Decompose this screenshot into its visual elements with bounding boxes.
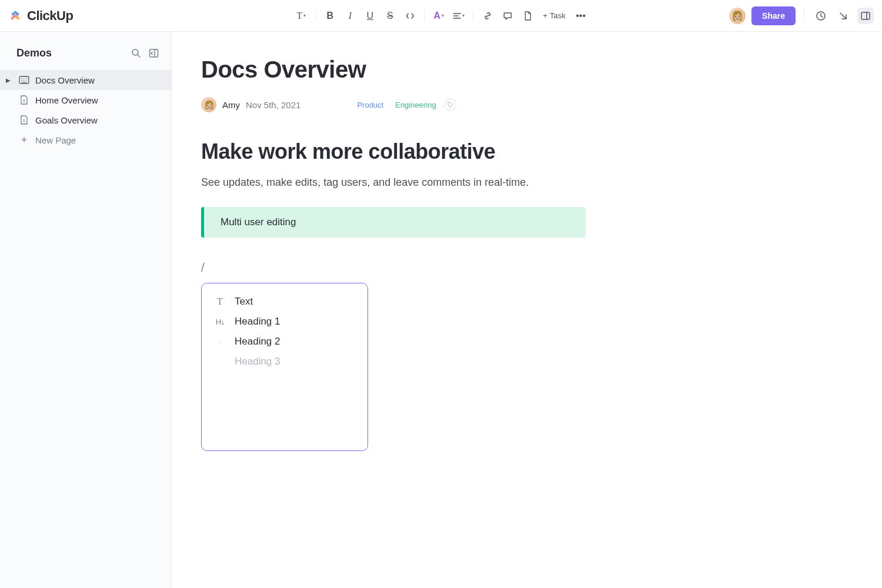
more-button[interactable]: •••: [573, 8, 589, 24]
slash-menu-item-heading-3[interactable]: Heading 3: [206, 352, 363, 372]
user-avatar[interactable]: 👩🏼: [729, 8, 746, 24]
separator: [315, 10, 316, 22]
collapse-sidebar-button[interactable]: [148, 48, 159, 59]
strikethrough-button[interactable]: S: [382, 8, 398, 24]
tag-engineering[interactable]: Engineering: [392, 99, 439, 111]
search-button[interactable]: [130, 48, 142, 59]
comment-icon: [503, 11, 512, 21]
slash-command-menu: T Text H₁ Heading 1 · Heading 2 Heading …: [201, 283, 368, 451]
app-logo[interactable]: ClickUp: [8, 8, 73, 24]
author-name: Amy: [222, 100, 240, 110]
tag-icon: [447, 102, 453, 108]
add-task-button[interactable]: + Task: [539, 11, 569, 20]
document-tags: Product Engineering: [353, 99, 456, 111]
sidebar-item-home-overview[interactable]: Home Overview: [0, 90, 171, 110]
menu-item-label: Heading 3: [235, 356, 280, 368]
sidebar-header: Demos: [0, 42, 171, 70]
export-button[interactable]: [835, 8, 851, 24]
document-title[interactable]: Docs Overview: [201, 56, 766, 83]
menu-item-label: Text: [235, 296, 253, 308]
underline-icon: U: [367, 11, 374, 21]
chevron-down-icon: ▾: [442, 13, 444, 18]
plus-icon: +: [19, 135, 29, 145]
text-color-icon: A: [434, 11, 441, 21]
history-button[interactable]: [813, 8, 829, 24]
text-color-dropdown[interactable]: A ▾: [430, 8, 447, 24]
page-badge-icon: [523, 11, 532, 21]
clickup-logo-icon: [8, 9, 22, 23]
document-content: Docs Overview 👩🏼 Amy Nov 5th, 2021 Produ…: [172, 32, 882, 588]
code-icon: [405, 11, 415, 21]
new-page-label: New Page: [35, 135, 76, 145]
plus-icon: +: [543, 11, 547, 20]
panel-icon: [860, 11, 871, 21]
tag-product[interactable]: Product: [353, 99, 387, 111]
keyboard-icon: [19, 75, 29, 85]
comment-button[interactable]: [499, 8, 516, 24]
bold-icon: B: [327, 11, 334, 21]
search-icon: [131, 48, 141, 58]
format-toolbar: T ▾ B I U S A ▾ ▾ + Task: [293, 8, 589, 24]
toolbar-right: 👩🏼 Share: [729, 6, 874, 25]
separator: [424, 10, 425, 22]
slash-menu-item-text[interactable]: T Text: [206, 292, 363, 312]
menu-item-label: Heading 2: [235, 336, 280, 348]
document-date: Nov 5th, 2021: [246, 100, 300, 110]
page-button[interactable]: [519, 8, 536, 24]
collapse-panel-icon: [149, 48, 159, 58]
clock-icon: [816, 11, 826, 21]
italic-icon: I: [349, 11, 352, 21]
author-avatar[interactable]: 👩🏼: [201, 97, 216, 112]
heading-1-icon: H₁: [215, 318, 225, 326]
chevron-down-icon: ▾: [462, 13, 465, 18]
callout-block[interactable]: Multi user editing: [201, 207, 586, 238]
slash-menu-item-heading-2[interactable]: · Heading 2: [206, 332, 363, 352]
sidebar-item-label: Goals Overview: [35, 115, 98, 125]
text-style-dropdown[interactable]: T ▾: [293, 8, 309, 24]
link-button[interactable]: [479, 8, 496, 24]
main-layout: Demos ▶ Docs Overview Home Overview: [0, 32, 882, 588]
sidebar-item-goals-overview[interactable]: Goals Overview: [0, 110, 171, 130]
download-arrow-icon: [838, 11, 848, 21]
underline-button[interactable]: U: [362, 8, 378, 24]
slash-trigger[interactable]: /: [201, 261, 766, 275]
section-heading[interactable]: Make work more collaborative: [201, 139, 766, 164]
italic-button[interactable]: I: [342, 8, 358, 24]
separator: [473, 10, 473, 22]
text-type-icon: T: [215, 296, 225, 307]
sidebar: Demos ▶ Docs Overview Home Overview: [0, 32, 172, 588]
add-tag-button[interactable]: [445, 99, 456, 111]
ellipsis-icon: •••: [576, 11, 586, 21]
app-name: ClickUp: [27, 8, 73, 24]
slash-menu-item-heading-1[interactable]: H₁ Heading 1: [206, 312, 363, 332]
separator: [804, 10, 804, 22]
menu-item-label: Heading 1: [235, 316, 280, 328]
top-toolbar: ClickUp T ▾ B I U S A ▾ ▾: [0, 0, 882, 32]
svg-rect-1: [861, 12, 870, 19]
caret-right-icon: ▶: [6, 77, 13, 83]
panel-toggle-button[interactable]: [857, 8, 874, 24]
sidebar-item-label: Docs Overview: [35, 75, 95, 85]
document-meta: 👩🏼 Amy Nov 5th, 2021 Product Engineering: [201, 97, 766, 112]
section-paragraph[interactable]: See updates, make edits, tag users, and …: [201, 175, 766, 191]
callout-text: Multi user editing: [220, 216, 296, 228]
task-label: Task: [550, 11, 566, 20]
link-icon: [483, 11, 492, 21]
sidebar-item-label: Home Overview: [35, 95, 98, 105]
code-button[interactable]: [402, 8, 418, 24]
sidebar-title: Demos: [16, 47, 52, 59]
heading-2-icon: ·: [215, 338, 225, 346]
share-button[interactable]: Share: [751, 6, 796, 25]
chevron-down-icon: ▾: [303, 13, 306, 18]
align-dropdown[interactable]: ▾: [450, 8, 467, 24]
sidebar-item-docs-overview[interactable]: ▶ Docs Overview: [0, 70, 171, 90]
align-icon: [453, 12, 461, 20]
page-icon: [19, 115, 29, 125]
new-page-button[interactable]: + New Page: [0, 130, 171, 150]
page-icon: [19, 95, 29, 105]
strikethrough-icon: S: [387, 11, 393, 21]
text-style-icon: T: [296, 11, 302, 21]
bold-button[interactable]: B: [322, 8, 338, 24]
